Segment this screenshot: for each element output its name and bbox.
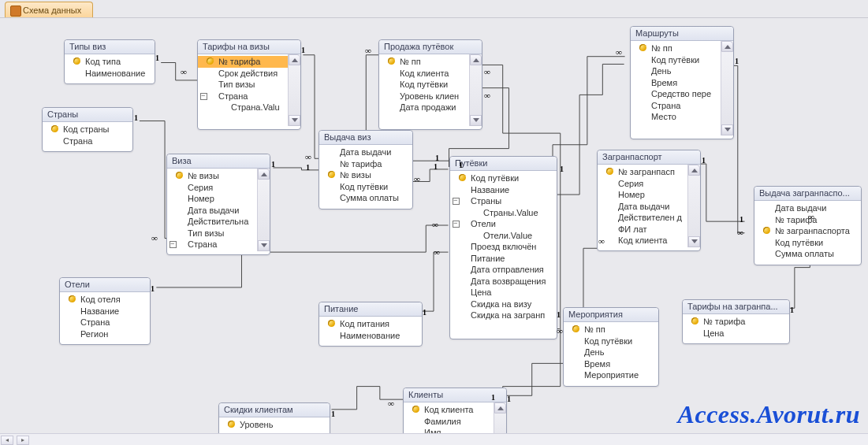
field[interactable]: Страна	[631, 100, 721, 112]
scrollbar[interactable]	[469, 54, 482, 126]
table-t14[interactable]: Тарифы на загранпа...№ тарифаЦена	[682, 299, 790, 344]
scroll-down-icon[interactable]	[289, 115, 300, 126]
field-pk[interactable]: № загранпасп	[598, 166, 687, 178]
field[interactable]: Страна.Valu	[198, 102, 288, 113]
table-t9[interactable]: Загранпаспорт№ загранпаспСерияНомерДата …	[597, 150, 701, 251]
field[interactable]: Место	[631, 111, 721, 123]
table-t10[interactable]: Выдача загранпаспо...Дата выдачи№ тарифа…	[754, 186, 862, 265]
field[interactable]: Код путёвки	[379, 79, 469, 91]
table-t11[interactable]: ОтелиКод отеляНазваниеСтранаРегион	[59, 277, 151, 345]
scroll-up-icon[interactable]	[289, 54, 300, 65]
field[interactable]: Название	[60, 306, 150, 317]
field-pk[interactable]: Код путёвки	[450, 172, 557, 184]
field[interactable]: Дата выдачи	[319, 146, 412, 158]
table-header[interactable]: Маршруты	[631, 27, 733, 41]
scroll-up-icon[interactable]	[494, 402, 506, 413]
field[interactable]: Уровень клиен	[379, 91, 469, 102]
field[interactable]: Код путёвки	[564, 336, 658, 347]
field[interactable]: Срок действия	[198, 68, 288, 80]
field[interactable]: Действителен д	[598, 212, 687, 224]
table-header[interactable]: Тарифы на визы	[198, 40, 300, 54]
field-pk[interactable]: № тарифа	[683, 316, 789, 328]
table-t1[interactable]: Типы визКод типаНаименование	[64, 39, 155, 84]
scroll-up-icon[interactable]	[688, 165, 700, 176]
nav-prev-button[interactable]: ◂	[1, 436, 13, 445]
field[interactable]: Тип визы	[167, 228, 257, 239]
table-header[interactable]: Выдача загранпаспо...	[754, 187, 861, 201]
field-pk[interactable]: № пп	[564, 324, 658, 336]
field[interactable]: Наименование	[65, 68, 155, 80]
field-pk[interactable]: № визы	[319, 169, 412, 181]
table-header[interactable]: Страны	[43, 108, 132, 122]
scroll-down-icon[interactable]	[721, 124, 733, 135]
table-t2[interactable]: Тарифы на визы№ тарифаСрок действияТип в…	[197, 39, 301, 130]
field[interactable]: Номер	[598, 189, 687, 201]
table-t5[interactable]: СтраныКод страныСтрана	[42, 107, 133, 152]
field[interactable]: Время	[564, 358, 658, 370]
field[interactable]: Страна	[43, 135, 132, 147]
field-pk[interactable]: Код типа	[65, 56, 155, 68]
scroll-down-icon[interactable]	[258, 240, 270, 251]
field-pk[interactable]: Код отеля	[60, 294, 150, 306]
field[interactable]: Страны	[450, 195, 557, 207]
field-pk[interactable]: Код клиента	[404, 404, 494, 416]
field[interactable]: Название	[450, 184, 557, 196]
table-t13[interactable]: Мероприятия№ ппКод путёвкиДеньВремяМероп…	[563, 307, 659, 387]
field[interactable]: Код путёвки	[319, 181, 412, 193]
field[interactable]: Дата продажи	[379, 102, 469, 113]
table-t8[interactable]: ПутёвкиКод путёвкиНазваниеСтраныСтраны.V…	[449, 156, 557, 339]
table-header[interactable]: Тарифы на загранпа...	[683, 300, 789, 314]
table-t7[interactable]: Виза№ визыСерияНомерДата выдачиДействите…	[166, 154, 270, 255]
field-pk[interactable]: № пп	[379, 56, 469, 68]
field[interactable]: Дата выдачи	[167, 205, 257, 217]
field[interactable]: Код путёвки	[754, 237, 861, 249]
field[interactable]: ФИ лат	[598, 224, 687, 235]
table-header[interactable]: Загранпаспорт	[598, 150, 700, 165]
relationships-canvas[interactable]: Access.Avorut.ru Типы визКод типаНаимено…	[0, 18, 868, 434]
field[interactable]: Проезд включён	[450, 241, 557, 253]
field[interactable]: Скидка на визу	[450, 299, 557, 310]
table-header[interactable]: Мероприятия	[564, 308, 658, 322]
scroll-up-icon[interactable]	[258, 169, 270, 180]
field-pk[interactable]: № загранпаспорта	[754, 225, 861, 237]
field[interactable]: Наименование	[319, 330, 422, 342]
table-t3[interactable]: Продажа путёвок№ ппКод клиентаКод путёвк…	[378, 39, 482, 130]
scrollbar[interactable]	[288, 54, 300, 126]
field[interactable]: Тип визы	[198, 79, 288, 91]
scroll-up-icon[interactable]	[470, 54, 482, 65]
table-t6[interactable]: Выдача визДата выдачи№ тарифа№ визыКод п…	[319, 130, 413, 210]
scrollbar[interactable]	[721, 41, 733, 135]
field-pk[interactable]: Код питания	[319, 318, 422, 330]
table-header[interactable]: Виза	[167, 154, 270, 169]
table-header[interactable]: Питание	[319, 302, 422, 317]
schema-tab[interactable]: Схема данных	[5, 2, 93, 18]
field[interactable]: Мероприятие	[564, 369, 658, 381]
table-header[interactable]: Отели	[60, 278, 150, 292]
scroll-up-icon[interactable]	[721, 41, 733, 52]
field[interactable]: Страны.Value	[450, 207, 557, 219]
field[interactable]: Код путёвки	[631, 54, 721, 66]
field[interactable]: День	[631, 65, 721, 77]
field[interactable]: День	[564, 347, 658, 358]
table-header[interactable]: Продажа путёвок	[379, 40, 482, 54]
field[interactable]: Дата возвращения	[450, 276, 557, 287]
field[interactable]: Питание	[450, 253, 557, 265]
scroll-down-icon[interactable]	[470, 115, 482, 126]
field[interactable]: № тарифа	[319, 158, 412, 170]
field[interactable]: Скидка на загранп	[450, 310, 557, 321]
field[interactable]: Цена	[450, 287, 557, 299]
field[interactable]: Номер	[167, 193, 257, 205]
field[interactable]: Средство пере	[631, 88, 721, 100]
table-t12[interactable]: ПитаниеКод питанияНаименование	[319, 302, 423, 347]
field[interactable]: Время	[631, 77, 721, 89]
field[interactable]: Действительна	[167, 216, 257, 228]
field[interactable]: Дата отправления	[450, 264, 557, 276]
field-pk[interactable]: Код страны	[43, 124, 132, 135]
table-header[interactable]: Типы виз	[65, 40, 155, 54]
field[interactable]: Серия	[598, 178, 687, 190]
table-header[interactable]: Выдача виз	[319, 131, 412, 145]
field[interactable]: Страна	[167, 239, 257, 250]
field[interactable]: Отели	[450, 218, 557, 230]
field-pk[interactable]: Уровень	[219, 419, 330, 431]
field[interactable]: Код клиента	[598, 235, 687, 247]
